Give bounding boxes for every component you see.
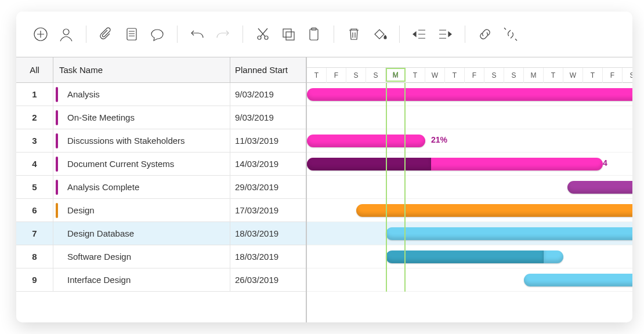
table-row[interactable]: 2On-Site Meetings9/03/2019 xyxy=(16,106,306,129)
column-planned-start[interactable]: Planned Start xyxy=(230,57,306,82)
task-name-text: Software Design xyxy=(67,252,131,262)
row-planned-start: 18/03/2019 xyxy=(230,222,306,245)
table-row[interactable]: 4Document Current Systems14/03/2019 xyxy=(16,153,306,176)
toolbar xyxy=(16,12,632,57)
table-row[interactable]: 1Analysis9/03/2019 xyxy=(16,83,306,106)
gantt-bar[interactable] xyxy=(567,181,632,194)
gantt-bar[interactable] xyxy=(524,274,632,286)
task-color-bar xyxy=(56,157,58,172)
comment-button[interactable] xyxy=(146,23,169,46)
gantt-row[interactable] xyxy=(307,83,632,106)
add-button[interactable] xyxy=(29,23,52,46)
task-color-bar xyxy=(56,249,58,264)
undo-button[interactable] xyxy=(186,23,209,46)
gantt-row[interactable]: 21% xyxy=(307,129,632,153)
toolbar-separator xyxy=(177,26,178,43)
table-row[interactable]: 9Interface Design26/03/2019 xyxy=(16,268,306,292)
table-header-row: All Task Name Planned Start xyxy=(16,57,306,83)
gantt-bar[interactable] xyxy=(356,204,632,217)
row-task-name: On-Site Meetings xyxy=(53,106,230,129)
row-index: 8 xyxy=(16,245,53,268)
svg-rect-14 xyxy=(310,29,318,40)
row-task-name: Software Design xyxy=(53,245,230,268)
gantt-row[interactable] xyxy=(307,176,632,199)
table-row[interactable]: 6Design17/03/2019 xyxy=(16,199,306,222)
row-index: 9 xyxy=(16,268,53,291)
gantt-row[interactable] xyxy=(307,268,632,292)
day-column: T xyxy=(544,68,563,83)
task-name-text: Discussions with Stakeholders xyxy=(67,136,185,146)
gantt-chart[interactable]: TFSSMTWTFSSMTWTFSS M 21%4 xyxy=(306,57,632,322)
gantt-row[interactable] xyxy=(307,245,632,268)
gantt-row[interactable] xyxy=(307,106,632,129)
svg-rect-4 xyxy=(127,28,136,40)
day-column: S xyxy=(504,68,524,83)
column-all[interactable]: All xyxy=(16,57,53,82)
gantt-row[interactable]: 4 xyxy=(307,153,632,176)
outdent-button[interactable] xyxy=(408,23,431,46)
gantt-bar[interactable] xyxy=(307,135,425,147)
gantt-bar[interactable] xyxy=(386,251,544,263)
row-task-name: Design xyxy=(53,199,230,222)
table-row[interactable]: 7Design Database18/03/2019 xyxy=(16,222,306,245)
attachment-button[interactable] xyxy=(95,23,118,46)
day-column: W xyxy=(563,68,583,83)
task-color-bar xyxy=(56,133,58,148)
svg-point-3 xyxy=(63,29,69,35)
task-name-text: Analysis Complete xyxy=(67,182,139,192)
day-column: S xyxy=(484,68,504,83)
task-name-text: Document Current Systems xyxy=(67,159,174,169)
day-column: T xyxy=(445,68,465,83)
table-row[interactable]: 3Discussions with Stakeholders11/03/2019 xyxy=(16,129,306,153)
indent-button[interactable] xyxy=(433,23,457,46)
gantt-row[interactable] xyxy=(307,222,632,245)
paint-button[interactable] xyxy=(368,23,391,46)
redo-button[interactable] xyxy=(211,23,234,46)
column-task-name[interactable]: Task Name xyxy=(53,57,230,82)
row-index: 1 xyxy=(16,83,53,106)
svg-rect-12 xyxy=(283,29,291,37)
row-index: 3 xyxy=(16,129,53,152)
day-column: S xyxy=(623,68,632,83)
row-planned-start: 14/03/2019 xyxy=(230,153,306,175)
row-index: 2 xyxy=(16,106,53,129)
day-column: F xyxy=(327,68,346,83)
copy-button[interactable] xyxy=(277,23,300,46)
day-column: T xyxy=(406,68,425,83)
row-task-name: Analysis Complete xyxy=(53,176,230,198)
delete-button[interactable] xyxy=(342,23,366,46)
row-planned-start: 17/03/2019 xyxy=(230,199,306,222)
gantt-bar-label: 21% xyxy=(431,135,447,144)
task-color-bar xyxy=(56,87,58,102)
task-color-bar xyxy=(56,203,58,218)
row-index: 7 xyxy=(16,222,53,245)
row-planned-start: 9/03/2019 xyxy=(230,106,306,129)
day-column: S xyxy=(346,68,366,83)
gantt-bar-extension xyxy=(544,251,563,263)
task-color-bar xyxy=(56,180,58,195)
row-index: 4 xyxy=(16,153,53,175)
gantt-window: All Task Name Planned Start 1Analysis9/0… xyxy=(16,12,632,322)
person-button[interactable] xyxy=(55,23,78,46)
day-column: T xyxy=(307,68,327,83)
cut-button[interactable] xyxy=(251,23,274,46)
gantt-bar[interactable] xyxy=(307,158,603,170)
note-button[interactable] xyxy=(120,23,143,46)
table-row[interactable]: 8Software Design18/03/2019 xyxy=(16,245,306,268)
paste-button[interactable] xyxy=(302,23,325,46)
task-name-text: Analysis xyxy=(67,89,100,99)
task-table: All Task Name Planned Start 1Analysis9/0… xyxy=(16,57,306,322)
day-column: S xyxy=(366,68,386,83)
unlink-button[interactable] xyxy=(499,23,522,46)
gantt-row[interactable] xyxy=(307,199,632,222)
day-column: F xyxy=(603,68,623,83)
gantt-bar[interactable] xyxy=(307,88,632,101)
row-task-name: Interface Design xyxy=(53,268,230,291)
toolbar-separator xyxy=(465,26,465,43)
gantt-bar[interactable] xyxy=(386,227,632,240)
svg-line-24 xyxy=(504,28,506,30)
toolbar-separator xyxy=(334,26,334,43)
table-row[interactable]: 5Analysis Complete29/03/2019 xyxy=(16,176,306,199)
link-button[interactable] xyxy=(473,23,497,46)
row-planned-start: 29/03/2019 xyxy=(230,176,306,198)
